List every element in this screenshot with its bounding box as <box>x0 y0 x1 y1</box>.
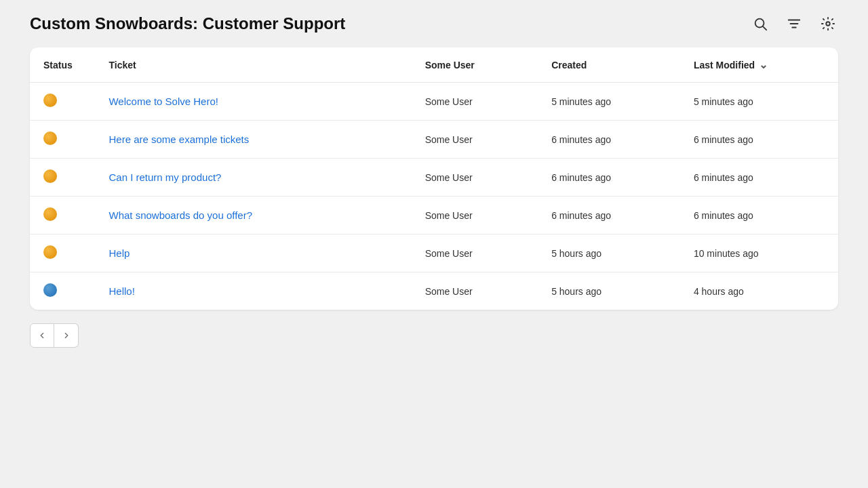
filter-button[interactable] <box>784 14 804 34</box>
table-row: Hello!Some User5 hours ago4 hours ago <box>30 272 838 310</box>
table-row: Here are some example ticketsSome User6 … <box>30 121 838 159</box>
status-dot <box>43 131 57 145</box>
user-cell: Some User <box>412 235 538 272</box>
user-cell: Some User <box>412 83 538 121</box>
app-header: Custom Snowboards: Customer Support <box>0 0 868 47</box>
status-cell <box>30 121 95 159</box>
user-cell: Some User <box>412 121 538 159</box>
search-icon <box>753 16 768 31</box>
col-header-modified[interactable]: Last Modified ⌄ <box>680 47 838 83</box>
filter-icon <box>787 16 802 31</box>
tickets-table: Status Ticket Some User Created Last Mod… <box>30 47 838 310</box>
user-cell: Some User <box>412 197 538 235</box>
created-cell: 6 minutes ago <box>538 197 680 235</box>
svg-line-1 <box>763 26 766 30</box>
status-dot <box>43 94 57 107</box>
table-header-row: Status Ticket Some User Created Last Mod… <box>30 47 838 83</box>
status-dot <box>43 169 57 183</box>
ticket-cell: Welcome to Solve Hero! <box>95 83 411 121</box>
ticket-cell: Can I return my product? <box>95 159 411 197</box>
table-row: What snowboards do you offer?Some User6 … <box>30 197 838 235</box>
user-cell: Some User <box>412 159 538 197</box>
header-actions <box>750 14 838 34</box>
status-cell <box>30 197 95 235</box>
page-title: Custom Snowboards: Customer Support <box>30 14 345 33</box>
status-cell <box>30 272 95 310</box>
ticket-link[interactable]: Hello! <box>108 285 134 297</box>
status-cell <box>30 159 95 197</box>
ticket-cell: Here are some example tickets <box>95 121 411 159</box>
col-header-ticket: Ticket <box>95 47 411 83</box>
modified-cell: 6 minutes ago <box>680 121 838 159</box>
prev-page-button[interactable] <box>30 323 54 348</box>
status-cell <box>30 235 95 272</box>
ticket-link[interactable]: Help <box>108 247 130 259</box>
status-dot <box>43 245 57 259</box>
modified-cell: 6 minutes ago <box>680 159 838 197</box>
chevron-right-icon <box>62 331 71 340</box>
settings-button[interactable] <box>818 14 838 34</box>
col-header-created: Created <box>538 47 680 83</box>
table-row: Welcome to Solve Hero!Some User5 minutes… <box>30 83 838 121</box>
user-cell: Some User <box>412 272 538 310</box>
main-content: Status Ticket Some User Created Last Mod… <box>0 47 868 348</box>
col-header-status: Status <box>30 47 95 83</box>
search-button[interactable] <box>750 14 770 34</box>
pagination <box>30 323 838 348</box>
created-cell: 5 hours ago <box>538 272 680 310</box>
svg-point-5 <box>826 22 830 26</box>
created-cell: 6 minutes ago <box>538 121 680 159</box>
ticket-cell: What snowboards do you offer? <box>95 197 411 235</box>
status-cell <box>30 83 95 121</box>
created-cell: 5 hours ago <box>538 235 680 272</box>
table-row: Can I return my product?Some User6 minut… <box>30 159 838 197</box>
next-page-button[interactable] <box>54 323 79 348</box>
status-dot <box>43 207 57 221</box>
ticket-link[interactable]: Can I return my product? <box>108 171 221 183</box>
ticket-link[interactable]: Welcome to Solve Hero! <box>108 96 218 107</box>
ticket-link[interactable]: Here are some example tickets <box>108 134 249 145</box>
ticket-cell: Help <box>95 235 411 272</box>
sort-chevron-icon: ⌄ <box>759 58 768 71</box>
modified-cell: 10 minutes ago <box>680 235 838 272</box>
ticket-link[interactable]: What snowboards do you offer? <box>108 209 252 221</box>
created-cell: 5 minutes ago <box>538 83 680 121</box>
tickets-table-container: Status Ticket Some User Created Last Mod… <box>30 47 838 310</box>
status-dot <box>43 283 57 297</box>
col-header-user: Some User <box>412 47 538 83</box>
modified-cell: 4 hours ago <box>680 272 838 310</box>
settings-icon <box>821 16 835 31</box>
table-body: Welcome to Solve Hero!Some User5 minutes… <box>30 83 838 310</box>
created-cell: 6 minutes ago <box>538 159 680 197</box>
chevron-left-icon <box>37 331 47 340</box>
modified-cell: 5 minutes ago <box>680 83 838 121</box>
table-row: HelpSome User5 hours ago10 minutes ago <box>30 235 838 272</box>
modified-cell: 6 minutes ago <box>680 197 838 235</box>
ticket-cell: Hello! <box>95 272 411 310</box>
